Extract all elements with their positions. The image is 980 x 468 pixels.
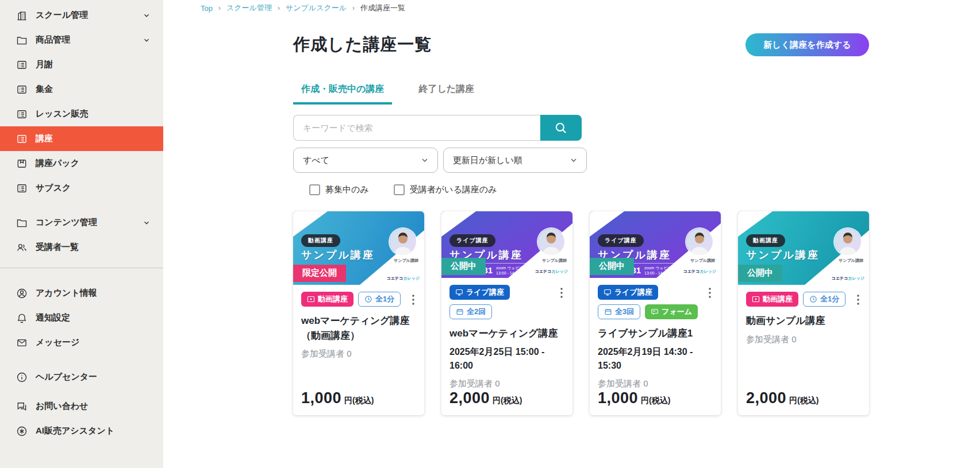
chevron-down-icon	[143, 36, 151, 44]
course-card[interactable]: ライブ講座 サンプル講座 2024.09.31 zoom ウェビナー13:00 …	[441, 211, 572, 415]
sidebar-item-content-management[interactable]: コンテンツ管理	[0, 210, 163, 235]
sidebar-item-label: サブスク	[36, 183, 71, 194]
video-course-badge: 動画講座	[746, 292, 798, 307]
list-icon	[16, 109, 28, 120]
participant-count: 参加受講者 0	[746, 334, 861, 345]
recruiting-only-checkbox[interactable]: 募集中のみ	[309, 184, 369, 195]
course-title[interactable]: ライブサンプル講座1	[598, 326, 713, 341]
search-button[interactable]	[540, 115, 582, 141]
instructor-avatar	[835, 229, 861, 255]
breadcrumb-link-sample-school[interactable]: サンプルスクール	[286, 3, 347, 13]
sidebar-item-label: コンテンツ管理	[36, 217, 97, 228]
course-title[interactable]: webマーケティング講座（動画講座）	[301, 314, 416, 343]
sidebar-item-product-management[interactable]: 商品管理	[0, 28, 163, 52]
list-icon	[16, 59, 28, 71]
coeteco-college-logo: コエテコカレッジ	[832, 276, 864, 281]
sidebar-item-label: スクール管理	[36, 10, 88, 21]
sidebar-item-label: ヘルプセンター	[36, 372, 97, 382]
course-title[interactable]: webマーケティング講座	[449, 326, 564, 341]
price-row: 2,000 円(税込)	[449, 389, 564, 407]
sort-select-value: 更新日が新しい順	[453, 155, 569, 166]
sidebar-item-label: 講座	[36, 133, 53, 144]
instructor-avatar	[538, 229, 564, 255]
thumb-type-pill: 動画講座	[301, 234, 340, 247]
sidebar-item-subscription[interactable]: サブスク	[0, 176, 163, 200]
card-menu-button[interactable]	[853, 292, 861, 305]
badge-label: フォーム	[662, 307, 692, 317]
sidebar-item-course-pack[interactable]: 講座パック	[0, 151, 163, 176]
course-card[interactable]: ライブ講座 サンプル講座 2024.09.31 zoom ウェビナー13:00 …	[590, 211, 721, 415]
sidebar-item-courses[interactable]: 講座	[0, 126, 163, 151]
category-select[interactable]: すべて	[293, 148, 438, 173]
sidebar-item-help-center[interactable]: ヘルプセンター	[0, 365, 163, 389]
instructor-name: サンプル講師	[542, 258, 567, 264]
list-icon	[16, 183, 28, 194]
has-students-checkbox[interactable]: 受講者がいる講座のみ	[394, 184, 497, 195]
course-card[interactable]: 動画講座 サンプル講座 サンプル講師 コエテコカレッジ 限定公開 動画講座 全1…	[293, 211, 424, 415]
sidebar-item-label: お問い合わせ	[36, 401, 88, 412]
duration-badge: 全1分	[803, 292, 846, 307]
checkbox-unchecked[interactable]	[394, 184, 405, 195]
badge-row: ライブ講座 全3回 フォーム	[598, 285, 705, 319]
tab-ended-courses[interactable]: 終了した講座	[410, 77, 482, 105]
course-thumbnail: 動画講座 サンプル講座 サンプル講師 コエテコカレッジ 公開中	[738, 211, 869, 285]
sidebar: スクール管理 商品管理 月謝 集金 レッスン販売 講座 講座パック サブスク コ…	[0, 0, 163, 468]
card-menu-button[interactable]	[705, 285, 713, 299]
sidebar-item-label: 集金	[36, 84, 53, 95]
course-schedule: 2025年2月25日 15:00 - 16:00	[449, 345, 564, 373]
sidebar-item-account-info[interactable]: アカウント情報	[0, 281, 163, 305]
price-amount: 2,000	[746, 389, 786, 407]
badge-label: 全1分	[820, 294, 839, 304]
checkbox-unchecked[interactable]	[309, 184, 320, 195]
thumb-corner-decoration	[738, 211, 773, 237]
sidebar-item-contact[interactable]: お問い合わせ	[0, 394, 163, 419]
live-course-badge: ライブ講座	[449, 285, 510, 300]
sidebar-item-notification-settings[interactable]: 通知設定	[0, 305, 163, 330]
sidebar-item-school-management[interactable]: スクール管理	[0, 3, 163, 28]
course-title[interactable]: 動画サンプル講座	[746, 314, 861, 328]
sort-select[interactable]: 更新日が新しい順	[443, 148, 587, 173]
sidebar-item-student-list[interactable]: 受講者一覧	[0, 235, 163, 260]
course-thumbnail: ライブ講座 サンプル講座 2024.09.31 zoom ウェビナー13:00 …	[441, 211, 572, 278]
list-icon	[16, 84, 28, 95]
breadcrumb-link-school-management[interactable]: スクール管理	[226, 3, 272, 13]
course-schedule: 2025年2月19日 14:30 - 15:30	[598, 345, 713, 373]
card-menu-button[interactable]	[556, 285, 564, 299]
person-circle-icon	[16, 288, 28, 299]
price-amount: 1,000	[301, 389, 341, 407]
breadcrumb-separator: ›	[352, 4, 355, 12]
session-count-badge: 全3回	[598, 304, 640, 319]
sidebar-item-messages[interactable]: メッセージ	[0, 330, 163, 355]
course-card[interactable]: 動画講座 サンプル講座 サンプル講師 コエテコカレッジ 公開中 動画講座 全1分…	[738, 211, 869, 415]
session-count-badge: 全2回	[449, 304, 492, 319]
video-course-badge: 動画講座	[301, 292, 353, 307]
search-input[interactable]	[293, 115, 540, 141]
breadcrumb-link-top[interactable]: Top	[201, 4, 213, 13]
create-course-button[interactable]: 新しく講座を作成する	[745, 33, 869, 56]
badge-label: 動画講座	[318, 294, 348, 304]
thumb-corner-decoration	[590, 211, 624, 237]
badge-label: 全3回	[615, 307, 634, 317]
chevron-down-icon	[569, 156, 578, 165]
instructor-name: サンプル講師	[394, 258, 418, 264]
sidebar-item-collection[interactable]: 集金	[0, 77, 163, 102]
search-icon	[554, 121, 568, 136]
course-card-grid: 動画講座 サンプル講座 サンプル講師 コエテコカレッジ 限定公開 動画講座 全1…	[293, 211, 869, 415]
price-amount: 1,000	[598, 389, 638, 407]
coeteco-college-logo: コエテコカレッジ	[535, 269, 568, 274]
tab-active-courses[interactable]: 作成・販売中の講座	[293, 77, 392, 105]
chevron-down-icon	[143, 11, 151, 20]
sidebar-item-monthly-fee[interactable]: 月謝	[0, 52, 163, 77]
sidebar-item-lesson-sales[interactable]: レッスン販売	[0, 102, 163, 126]
status-badge: 公開中	[590, 258, 634, 275]
price-unit: 円(税込)	[493, 396, 522, 406]
breadcrumb-current: 作成講座一覧	[360, 3, 405, 13]
thumb-title: サンプル講座	[746, 248, 820, 262]
card-menu-button[interactable]	[408, 292, 416, 305]
bookmark-box-icon	[16, 158, 28, 169]
sidebar-item-ai-sales-assistant[interactable]: AI販売アシスタント	[0, 419, 163, 443]
thumb-time: zoom ウェビナー13:00 - 14:00	[644, 265, 676, 276]
badge-label: 全1分	[375, 294, 394, 304]
thumb-type-pill: ライブ講座	[598, 234, 644, 247]
list-icon	[16, 133, 28, 145]
